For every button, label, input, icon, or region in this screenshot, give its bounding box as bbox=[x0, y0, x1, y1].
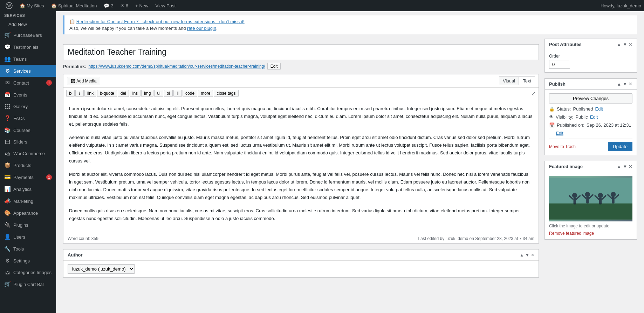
sidebar-item-teams[interactable]: 👥 Teams bbox=[0, 53, 56, 65]
add-media-icon: 🖼 bbox=[71, 79, 75, 84]
sidebar-item-plugins[interactable]: 🔌 Plugins bbox=[0, 219, 56, 231]
add-media-button[interactable]: 🖼 Add Media bbox=[67, 77, 100, 85]
view-post-link[interactable]: View Post bbox=[152, 0, 178, 11]
featured-image-box: Featured image ▲ ▼ ✕ bbox=[544, 161, 637, 240]
sidebar-item-users[interactable]: 👤 Users bbox=[0, 231, 56, 243]
visibility-edit-link[interactable]: Edit bbox=[590, 114, 598, 120]
rate-plugin-link[interactable]: rate our plugin bbox=[187, 26, 216, 31]
publish-collapse-up[interactable]: ▲ bbox=[617, 81, 621, 87]
purchase-bars-icon: 🛒 bbox=[4, 32, 11, 38]
sidebar-item-courses[interactable]: 📚 Courses bbox=[0, 124, 56, 136]
sidebar-label-analytics: Analytics bbox=[13, 187, 32, 192]
sidebar-item-sliders[interactable]: 🎞 Sliders bbox=[0, 136, 56, 148]
sidebar-item-testimonials[interactable]: 💬 Testimonials bbox=[0, 41, 56, 53]
post-attributes-controls: ▲ ▼ ✕ bbox=[617, 42, 632, 47]
sidebar-item-services[interactable]: ⚙ Services bbox=[0, 65, 56, 77]
publish-close[interactable]: ✕ bbox=[629, 81, 632, 87]
sidebar-label-testimonials: Testimonials bbox=[13, 45, 39, 50]
admin-sidebar: Services Add New 🛒 PurchaseBars 💬 Testim… bbox=[0, 11, 56, 313]
editor-body[interactable]: Lorem ipsum dolor sit amet, consectetur … bbox=[63, 99, 539, 234]
post-title-area bbox=[63, 44, 539, 60]
comments-link[interactable]: 💬 3 bbox=[101, 0, 116, 11]
update-button[interactable]: Update bbox=[608, 142, 632, 151]
publish-body: Preview Changes 🔒 Status: Published Edit… bbox=[545, 90, 637, 155]
publish-collapse-down[interactable]: ▼ bbox=[623, 81, 627, 87]
sidebar-item-settings[interactable]: ⚙ Settings bbox=[0, 255, 56, 267]
sidebar-item-tools[interactable]: 🔧 Tools bbox=[0, 243, 56, 255]
plugins-icon: 🔌 bbox=[4, 222, 11, 228]
permalink-url[interactable]: https://www.luzukdemo.com/demo/spiritual… bbox=[88, 64, 265, 69]
close-tags-button[interactable]: close tags bbox=[214, 90, 238, 97]
sidebar-item-faqs[interactable]: ❓ FAQs bbox=[0, 112, 56, 124]
published-on-edit-link[interactable]: Edit bbox=[556, 131, 563, 136]
editor-buttons-row: b i link b-quote del ins img ul ol li co… bbox=[63, 88, 539, 99]
my-sites-menu[interactable]: 🏠 My Sites bbox=[17, 0, 47, 11]
content-para-4: Donec mollis quis risus eu scelerisque. … bbox=[69, 207, 533, 222]
sidebar-item-payments[interactable]: 💳 Payments 1 bbox=[0, 171, 56, 183]
bold-button[interactable]: b bbox=[66, 90, 75, 97]
new-content-link[interactable]: + New bbox=[132, 0, 151, 11]
code-button[interactable]: code bbox=[183, 90, 197, 97]
status-edit-link[interactable]: Edit bbox=[595, 106, 603, 112]
preview-changes-button[interactable]: Preview Changes bbox=[549, 93, 632, 104]
img-button[interactable]: img bbox=[141, 90, 153, 97]
featured-image-collapse-up[interactable]: ▲ bbox=[617, 164, 621, 169]
del-button[interactable]: del bbox=[118, 90, 129, 97]
sidebar-item-analytics[interactable]: 📊 Analytics bbox=[0, 183, 56, 195]
edit-permalink-button[interactable]: Edit bbox=[267, 63, 281, 70]
sidebar-item-categories[interactable]: 🗂 Categories Images bbox=[0, 267, 56, 278]
sidebar-item-gallery[interactable]: 🖼 Gallery bbox=[0, 101, 56, 112]
post-attributes-collapse-down[interactable]: ▼ bbox=[623, 42, 627, 47]
marketing-icon: 📣 bbox=[4, 198, 11, 204]
sidebar-item-marketing[interactable]: 📣 Marketing bbox=[0, 195, 56, 207]
remove-featured-image-link[interactable]: Remove featured image bbox=[549, 231, 594, 236]
ol-button[interactable]: ol bbox=[164, 90, 173, 97]
messages-link[interactable]: ✉ 6 bbox=[118, 0, 131, 11]
blockquote-button[interactable]: b-quote bbox=[97, 90, 117, 97]
sidebar-item-contact[interactable]: ✉ Contact 1 bbox=[0, 77, 56, 89]
move-to-trash-link[interactable]: Move to Trash bbox=[549, 144, 576, 149]
sidebar-label-products: Products bbox=[13, 163, 31, 168]
featured-image-title: Featured image bbox=[549, 164, 583, 169]
author-collapse-down[interactable]: ▼ bbox=[525, 253, 529, 258]
featured-image-thumbnail[interactable] bbox=[549, 176, 632, 221]
sidebar-item-plugin-cart[interactable]: 🛒 Plugin Cart Bar bbox=[0, 278, 56, 290]
notice-banner: 📋 Redirection for Contact Form 7 - check… bbox=[63, 15, 637, 34]
author-close[interactable]: ✕ bbox=[531, 253, 534, 258]
sidebar-item-appearance[interactable]: 🎨 Appearance bbox=[0, 207, 56, 219]
notice-link[interactable]: Redirection for Contact Form 7 - check o… bbox=[76, 19, 245, 24]
ul-button[interactable]: ul bbox=[154, 90, 163, 97]
ins-button[interactable]: ins bbox=[130, 90, 141, 97]
calendar-icon: 📅 bbox=[549, 122, 555, 128]
fullscreen-icon[interactable]: ⤢ bbox=[531, 90, 536, 97]
featured-image-collapse-down[interactable]: ▼ bbox=[623, 164, 627, 169]
order-input[interactable] bbox=[549, 60, 570, 69]
italic-button[interactable]: i bbox=[75, 90, 84, 97]
sidebar-item-purchase-bars[interactable]: 🛒 PurchaseBars bbox=[0, 29, 56, 41]
visibility-icon: 👁 bbox=[549, 114, 554, 120]
author-select[interactable]: luzuk_demo (luzuk_demo) bbox=[68, 264, 135, 274]
li-button[interactable]: li bbox=[173, 90, 182, 97]
more-button[interactable]: more bbox=[198, 90, 213, 97]
add-new-submenu-item[interactable]: Add New bbox=[0, 20, 56, 29]
visual-tab[interactable]: Visual bbox=[499, 76, 519, 85]
post-attributes-close[interactable]: ✕ bbox=[629, 42, 632, 47]
wp-logo[interactable]: W bbox=[3, 0, 15, 11]
svg-rect-14 bbox=[599, 198, 602, 204]
author-collapse-up[interactable]: ▲ bbox=[520, 253, 524, 258]
order-label: Order bbox=[549, 54, 632, 59]
link-button[interactable]: link bbox=[84, 90, 96, 97]
post-attributes-collapse-up[interactable]: ▲ bbox=[617, 42, 621, 47]
post-editor: Permalink: https://www.luzukdemo.com/dem… bbox=[63, 39, 539, 278]
sidebar-item-woocommerce[interactable]: 🛍 WooCommerce bbox=[0, 148, 56, 159]
text-tab[interactable]: Text bbox=[519, 76, 535, 85]
post-title-input[interactable] bbox=[68, 47, 534, 57]
sidebar-label-woocommerce: WooCommerce bbox=[13, 151, 45, 156]
payments-badge: 1 bbox=[46, 174, 52, 180]
sidebar-item-events[interactable]: 📅 Events bbox=[0, 89, 56, 101]
sidebar-item-products[interactable]: 📦 Products bbox=[0, 159, 56, 171]
featured-image-close[interactable]: ✕ bbox=[629, 164, 632, 169]
contact-badge: 1 bbox=[46, 80, 52, 86]
site-name-link[interactable]: 🏠 Spiritual Meditation bbox=[48, 0, 100, 11]
visibility-label: Visibility: bbox=[556, 114, 573, 120]
